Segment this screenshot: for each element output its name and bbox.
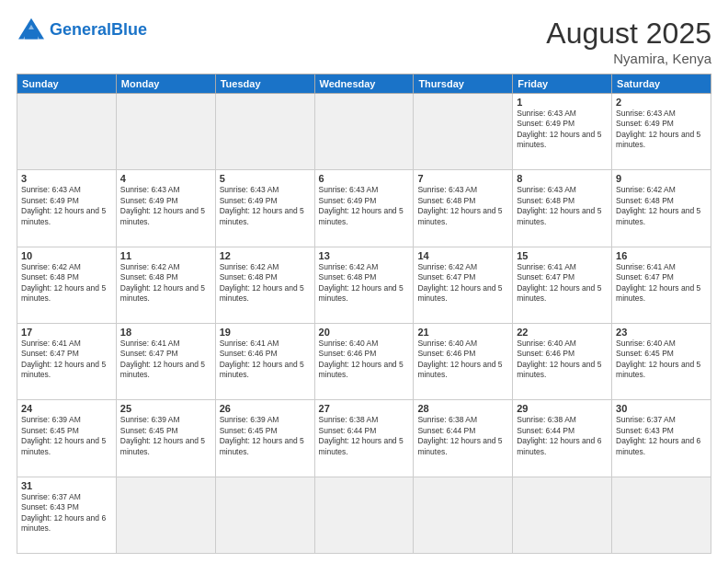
calendar-cell: 4Sunrise: 6:43 AM Sunset: 6:49 PM Daylig… [116,170,215,247]
day-number: 7 [417,173,508,184]
calendar-cell: 27Sunrise: 6:38 AM Sunset: 6:44 PM Dayli… [314,400,414,477]
calendar-cell: 31Sunrise: 6:37 AM Sunset: 6:43 PM Dayli… [17,477,117,553]
svg-rect-2 [25,29,38,40]
calendar-cell: 7Sunrise: 6:43 AM Sunset: 6:48 PM Daylig… [414,170,513,247]
day-number: 4 [120,173,211,184]
day-info: Sunrise: 6:37 AM Sunset: 6:43 PM Dayligh… [21,492,112,534]
day-number: 27 [319,403,410,414]
day-info: Sunrise: 6:42 AM Sunset: 6:48 PM Dayligh… [319,262,410,304]
day-info: Sunrise: 6:42 AM Sunset: 6:48 PM Dayligh… [220,262,311,304]
calendar-cell: 3Sunrise: 6:43 AM Sunset: 6:49 PM Daylig… [17,170,117,247]
day-number: 23 [616,327,707,338]
day-number: 1 [517,97,608,108]
day-info: Sunrise: 6:43 AM Sunset: 6:48 PM Dayligh… [517,185,608,227]
calendar-cell: 15Sunrise: 6:41 AM Sunset: 6:47 PM Dayli… [513,247,612,323]
calendar-cell [215,477,314,553]
day-number: 8 [517,173,608,184]
day-number: 6 [319,173,410,184]
day-number: 26 [220,403,311,414]
day-info: Sunrise: 6:42 AM Sunset: 6:48 PM Dayligh… [120,262,211,304]
calendar-cell [314,94,414,170]
day-info: Sunrise: 6:43 AM Sunset: 6:48 PM Dayligh… [417,185,508,227]
calendar-cell: 13Sunrise: 6:42 AM Sunset: 6:48 PM Dayli… [314,247,414,323]
calendar-cell: 19Sunrise: 6:41 AM Sunset: 6:46 PM Dayli… [215,323,314,399]
day-number: 12 [220,250,311,261]
calendar-cell: 5Sunrise: 6:43 AM Sunset: 6:49 PM Daylig… [215,170,314,247]
day-info: Sunrise: 6:40 AM Sunset: 6:46 PM Dayligh… [517,339,608,381]
calendar-cell [17,94,117,170]
day-info: Sunrise: 6:39 AM Sunset: 6:45 PM Dayligh… [120,415,211,457]
calendar-table: SundayMondayTuesdayWednesdayThursdayFrid… [17,74,711,554]
day-number: 30 [616,403,707,414]
day-number: 25 [120,403,211,414]
logo: GeneralBlue [17,17,147,42]
day-info: Sunrise: 6:40 AM Sunset: 6:46 PM Dayligh… [319,339,410,381]
day-of-week-header: Tuesday [215,75,314,94]
day-info: Sunrise: 6:40 AM Sunset: 6:46 PM Dayligh… [417,339,508,381]
day-info: Sunrise: 6:39 AM Sunset: 6:45 PM Dayligh… [220,415,311,457]
day-info: Sunrise: 6:42 AM Sunset: 6:48 PM Dayligh… [616,185,707,227]
calendar-cell: 6Sunrise: 6:43 AM Sunset: 6:49 PM Daylig… [314,170,414,247]
day-info: Sunrise: 6:41 AM Sunset: 6:47 PM Dayligh… [616,262,707,304]
day-info: Sunrise: 6:37 AM Sunset: 6:43 PM Dayligh… [616,415,707,457]
day-number: 16 [616,250,707,261]
day-info: Sunrise: 6:38 AM Sunset: 6:44 PM Dayligh… [319,415,410,457]
calendar-cell: 25Sunrise: 6:39 AM Sunset: 6:45 PM Dayli… [116,400,215,477]
calendar-cell [414,94,513,170]
calendar-cell: 2Sunrise: 6:43 AM Sunset: 6:49 PM Daylig… [612,94,711,170]
day-of-week-header: Thursday [414,75,513,94]
day-number: 18 [120,327,211,338]
day-info: Sunrise: 6:41 AM Sunset: 6:46 PM Dayligh… [220,339,311,381]
calendar-cell: 9Sunrise: 6:42 AM Sunset: 6:48 PM Daylig… [612,170,711,247]
day-number: 24 [21,403,112,414]
calendar-cell: 18Sunrise: 6:41 AM Sunset: 6:47 PM Dayli… [116,323,215,399]
day-number: 31 [21,480,112,491]
calendar-cell [215,94,314,170]
calendar-cell [612,477,711,553]
day-info: Sunrise: 6:41 AM Sunset: 6:47 PM Dayligh… [21,339,112,381]
calendar-cell: 23Sunrise: 6:40 AM Sunset: 6:45 PM Dayli… [612,323,711,399]
day-number: 13 [319,250,410,261]
day-info: Sunrise: 6:43 AM Sunset: 6:49 PM Dayligh… [120,185,211,227]
day-info: Sunrise: 6:43 AM Sunset: 6:49 PM Dayligh… [616,109,707,151]
day-number: 2 [616,97,707,108]
day-number: 11 [120,250,211,261]
header: GeneralBlue August 2025 Nyamira, Kenya [17,17,711,66]
calendar-cell: 10Sunrise: 6:42 AM Sunset: 6:48 PM Dayli… [17,247,117,323]
day-info: Sunrise: 6:42 AM Sunset: 6:48 PM Dayligh… [21,262,112,304]
day-info: Sunrise: 6:43 AM Sunset: 6:49 PM Dayligh… [220,185,311,227]
calendar-cell: 17Sunrise: 6:41 AM Sunset: 6:47 PM Dayli… [17,323,117,399]
day-info: Sunrise: 6:38 AM Sunset: 6:44 PM Dayligh… [517,415,608,457]
calendar-cell: 28Sunrise: 6:38 AM Sunset: 6:44 PM Dayli… [414,400,513,477]
day-info: Sunrise: 6:38 AM Sunset: 6:44 PM Dayligh… [417,415,508,457]
day-number: 9 [616,173,707,184]
calendar-cell: 20Sunrise: 6:40 AM Sunset: 6:46 PM Dayli… [314,323,414,399]
day-info: Sunrise: 6:43 AM Sunset: 6:49 PM Dayligh… [21,185,112,227]
title-block: August 2025 Nyamira, Kenya [546,17,711,66]
day-number: 19 [220,327,311,338]
day-info: Sunrise: 6:41 AM Sunset: 6:47 PM Dayligh… [517,262,608,304]
day-of-week-header: Saturday [612,75,711,94]
calendar-cell [414,477,513,553]
month-title: August 2025 [546,17,711,51]
day-number: 15 [517,250,608,261]
day-info: Sunrise: 6:39 AM Sunset: 6:45 PM Dayligh… [21,415,112,457]
day-info: Sunrise: 6:41 AM Sunset: 6:47 PM Dayligh… [120,339,211,381]
calendar-cell: 16Sunrise: 6:41 AM Sunset: 6:47 PM Dayli… [612,247,711,323]
day-info: Sunrise: 6:42 AM Sunset: 6:47 PM Dayligh… [417,262,508,304]
day-of-week-header: Sunday [17,75,117,94]
day-of-week-header: Wednesday [314,75,414,94]
day-of-week-header: Friday [513,75,612,94]
day-info: Sunrise: 6:43 AM Sunset: 6:49 PM Dayligh… [517,109,608,151]
calendar-cell: 14Sunrise: 6:42 AM Sunset: 6:47 PM Dayli… [414,247,513,323]
calendar-cell: 21Sunrise: 6:40 AM Sunset: 6:46 PM Dayli… [414,323,513,399]
logo-text: GeneralBlue [50,21,147,39]
day-info: Sunrise: 6:43 AM Sunset: 6:49 PM Dayligh… [319,185,410,227]
calendar-cell: 26Sunrise: 6:39 AM Sunset: 6:45 PM Dayli… [215,400,314,477]
day-number: 29 [517,403,608,414]
day-number: 3 [21,173,112,184]
day-number: 5 [220,173,311,184]
day-number: 22 [517,327,608,338]
calendar-cell: 24Sunrise: 6:39 AM Sunset: 6:45 PM Dayli… [17,400,117,477]
calendar-cell: 8Sunrise: 6:43 AM Sunset: 6:48 PM Daylig… [513,170,612,247]
